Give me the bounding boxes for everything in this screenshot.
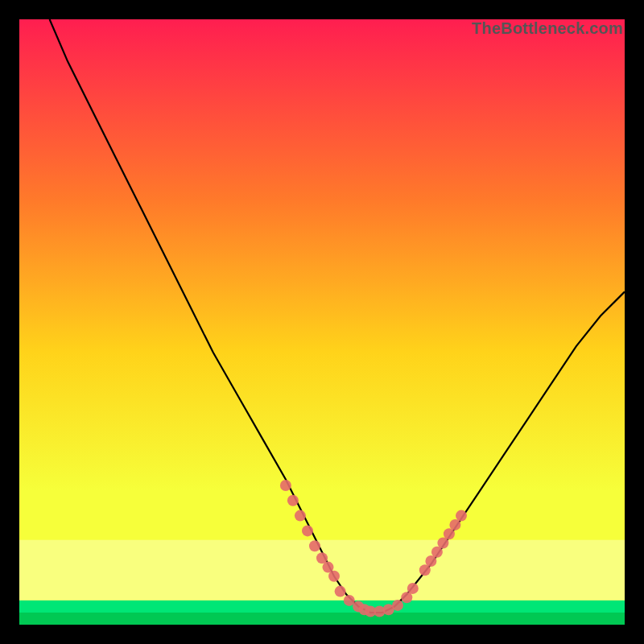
data-point <box>335 586 346 597</box>
green-band-highlight <box>19 601 625 613</box>
data-point <box>295 510 306 522</box>
data-point <box>407 583 419 594</box>
data-point <box>287 495 299 506</box>
bottleneck-chart <box>19 19 625 625</box>
data-point <box>456 510 467 522</box>
watermark-text: TheBottleneck.com <box>472 19 623 38</box>
pale-band <box>19 540 625 601</box>
chart-frame: TheBottleneck.com <box>19 19 625 625</box>
data-point <box>309 540 320 551</box>
data-point <box>280 480 291 491</box>
heatmap-gradient <box>19 19 625 625</box>
data-point <box>302 525 313 536</box>
data-point <box>392 600 403 611</box>
data-point <box>328 571 340 582</box>
